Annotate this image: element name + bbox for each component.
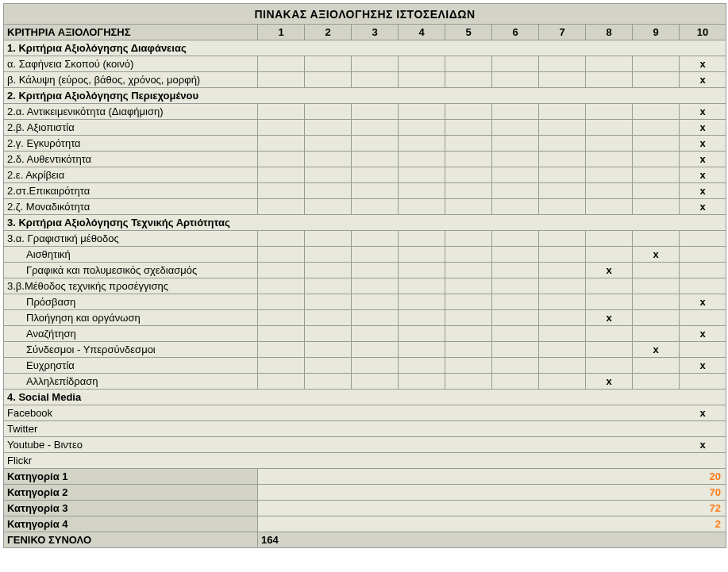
category-label: Κατηγορία 1 [4, 469, 258, 485]
table-row: 2.α. Αντικειμενικότητα (Διαφήμιση)x [4, 104, 726, 120]
row-label: Αλληλεπίδραση [4, 374, 258, 390]
score-cell [586, 199, 633, 215]
score-cell [399, 358, 445, 374]
category-label: Κατηγορία 3 [4, 501, 258, 516]
score-mark: x [700, 439, 706, 451]
score-cell [399, 136, 445, 152]
table-row: 2.ε. Ακρίβειαx [4, 167, 726, 183]
criteria-header: ΚΡΙΤΗΡΙΑ ΑΞΙΟΛΟΓΗΣΗΣ [4, 25, 258, 40]
score-cell [586, 278, 633, 294]
score-cell [258, 183, 305, 199]
table-row: Facebookx [4, 405, 726, 421]
score-cell [445, 120, 492, 136]
score-cell [539, 247, 586, 263]
table-row: Αλληλεπίδρασηx [4, 374, 726, 390]
score-cell [258, 120, 305, 136]
score-cell: x [680, 56, 726, 72]
section-label: 4. Social Media [4, 390, 726, 405]
table-row: Σύνδεσμοι - Υπερσύνδεσμοιx [4, 342, 726, 358]
row-label: Ευχρηστία [4, 358, 258, 374]
score-cell [633, 374, 680, 390]
table-row: Flickr [4, 453, 726, 469]
row-label: 2.ε. Ακρίβεια [4, 167, 258, 183]
score-cell [539, 136, 586, 152]
score-cell [633, 56, 680, 72]
score-cell [352, 278, 399, 294]
score-cell [258, 231, 305, 247]
score-cell [633, 136, 680, 152]
score-cell: x [680, 136, 726, 152]
score-cell: x [680, 199, 726, 215]
score-cell [305, 183, 352, 199]
row-label: Youtube - Βιντεοx [4, 437, 726, 453]
row-label: 2.στ.Επικαιρότητα [4, 183, 258, 199]
score-cell [492, 374, 539, 390]
row-label: Σύνδεσμοι - Υπερσύνδεσμοι [4, 342, 258, 358]
score-cell [258, 358, 305, 374]
score-cell [305, 136, 352, 152]
score-cell [399, 247, 445, 263]
score-cell [539, 263, 586, 278]
row-label: 3.β.Μέθοδος τεχνικής προσέγγισης [4, 278, 258, 294]
category-value: 20 [258, 469, 726, 485]
header-row: ΚΡΙΤΗΡΙΑ ΑΞΙΟΛΟΓΗΣΗΣ 1 2 3 4 5 6 7 8 9 1… [4, 25, 726, 40]
score-cell [492, 120, 539, 136]
category-row: Κατηγορία 270 [4, 485, 726, 501]
score-cell [586, 247, 633, 263]
row-label: 2.γ. Εγκυρότητα [4, 136, 258, 152]
table-row: 3.β.Μέθοδος τεχνικής προσέγγισης [4, 278, 726, 294]
score-cell [399, 104, 445, 120]
score-cell [539, 294, 586, 310]
score-cell [539, 374, 586, 390]
score-cell [586, 294, 633, 310]
col-header: 3 [352, 25, 399, 40]
score-cell [399, 374, 445, 390]
score-cell [539, 120, 586, 136]
score-cell [399, 310, 445, 326]
score-cell [399, 199, 445, 215]
score-cell [305, 358, 352, 374]
score-cell: x [586, 263, 633, 278]
score-cell [680, 263, 726, 278]
row-label: 2.α. Αντικειμενικότητα (Διαφήμιση) [4, 104, 258, 120]
score-cell [539, 310, 586, 326]
score-cell [492, 247, 539, 263]
score-cell [633, 104, 680, 120]
score-cell: x [633, 247, 680, 263]
col-header: 7 [539, 25, 586, 40]
row-label: Αισθητική [4, 247, 258, 263]
row-label: Twitter [4, 421, 726, 437]
score-cell [305, 167, 352, 183]
score-cell [352, 136, 399, 152]
col-header: 8 [586, 25, 633, 40]
score-cell [258, 56, 305, 72]
score-cell [399, 278, 445, 294]
score-cell [445, 247, 492, 263]
score-cell [258, 310, 305, 326]
score-cell: x [680, 358, 726, 374]
score-cell [539, 167, 586, 183]
score-cell: x [680, 72, 726, 88]
score-cell [586, 183, 633, 199]
score-cell [399, 294, 445, 310]
score-cell [539, 358, 586, 374]
score-cell [445, 278, 492, 294]
category-value: 70 [258, 485, 726, 501]
table-row: 2.β. Αξιοπιστίαx [4, 120, 726, 136]
score-cell [305, 294, 352, 310]
score-cell [258, 374, 305, 390]
category-label: Κατηγορία 4 [4, 516, 258, 532]
row-label: Πλοήγηση και οργάνωση [4, 310, 258, 326]
score-cell [305, 56, 352, 72]
score-cell [445, 136, 492, 152]
score-cell [633, 294, 680, 310]
score-cell [539, 72, 586, 88]
score-cell [305, 231, 352, 247]
total-label: ΓΕΝΙΚΟ ΣΥΝΟΛΟ [4, 532, 258, 548]
score-cell [258, 167, 305, 183]
score-cell [445, 152, 492, 167]
row-label: Flickr [4, 453, 726, 469]
category-row: Κατηγορία 120 [4, 469, 726, 485]
score-cell [586, 120, 633, 136]
table-row: 2.ζ. Μοναδικότηταx [4, 199, 726, 215]
